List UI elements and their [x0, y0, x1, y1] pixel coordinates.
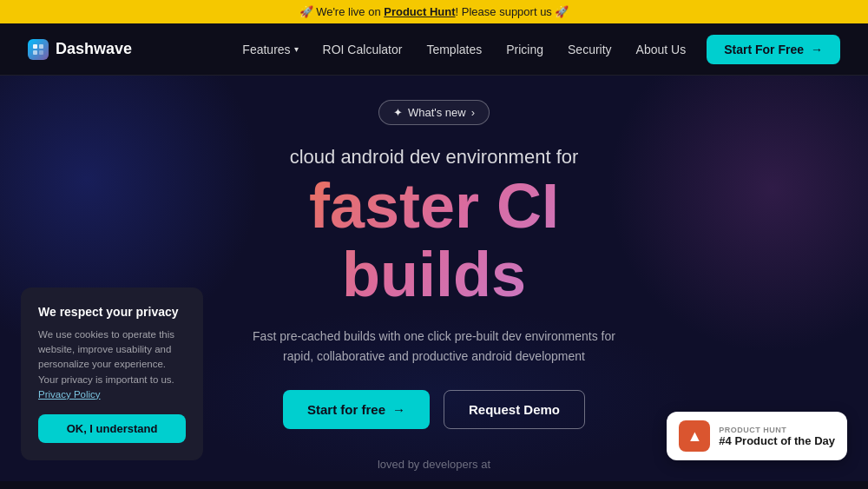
- logo-icon: [28, 39, 49, 60]
- hero-title-line1: faster CI: [309, 172, 559, 241]
- nav-templates[interactable]: Templates: [426, 43, 482, 56]
- whats-new-badge[interactable]: ✦ What's new ›: [378, 100, 490, 125]
- cookie-title: We respect your privacy: [38, 305, 186, 319]
- svg-rect-2: [33, 50, 37, 55]
- start-for-free-button[interactable]: Start For Free →: [707, 35, 840, 64]
- svg-rect-3: [39, 50, 43, 55]
- glow-right: [608, 76, 868, 354]
- hero-title: faster CI builds: [309, 172, 559, 309]
- top-banner: 🚀 We're live on Product Hunt! Please sup…: [0, 0, 868, 23]
- cookie-consent-popup: We respect your privacy We use cookies t…: [21, 287, 203, 460]
- banner-text-prefix: 🚀 We're live on: [299, 5, 385, 18]
- hero-title-line2: builds: [309, 241, 559, 309]
- product-hunt-icon: ▲: [679, 420, 710, 452]
- privacy-policy-link[interactable]: Privacy Policy: [38, 389, 101, 400]
- chevron-down-icon: ▾: [294, 44, 299, 54]
- chevron-right-icon: ›: [471, 106, 475, 119]
- loved-by-text: loved by developers at: [378, 458, 490, 471]
- cookie-ok-button[interactable]: OK, I understand: [38, 414, 186, 443]
- nav-pricing[interactable]: Pricing: [506, 43, 543, 56]
- banner-text-suffix: ! Please support us 🚀: [456, 5, 569, 18]
- product-hunt-link[interactable]: Product Hunt: [384, 5, 455, 18]
- product-hunt-rank: #4 Product of the Day: [719, 434, 835, 447]
- arrow-icon: →: [811, 43, 823, 56]
- product-hunt-label: PRODUCT HUNT: [719, 426, 835, 434]
- nav-links: Features ▾ ROI Calculator Templates Pric…: [242, 42, 686, 57]
- nav-about-us[interactable]: About Us: [636, 43, 687, 56]
- nav-roi-calculator[interactable]: ROI Calculator: [323, 43, 403, 56]
- arrow-icon: →: [392, 402, 405, 417]
- whats-new-label: What's new: [408, 106, 466, 119]
- hero-section: ✦ What's new › cloud android dev environ…: [0, 76, 868, 481]
- nav-security[interactable]: Security: [568, 43, 612, 56]
- svg-rect-0: [33, 44, 37, 49]
- hero-buttons: Start for free → Request Demo: [283, 390, 585, 429]
- request-demo-button[interactable]: Request Demo: [444, 390, 585, 429]
- navbar: Dashwave Features ▾ ROI Calculator Templ…: [0, 23, 868, 76]
- cookie-text: We use cookies to operate this website, …: [38, 327, 186, 402]
- hero-description: Fast pre-cached builds with one click pr…: [252, 327, 616, 366]
- product-hunt-info: PRODUCT HUNT #4 Product of the Day: [719, 426, 835, 447]
- logo-text: Dashwave: [56, 40, 132, 58]
- sparkle-icon: ✦: [393, 106, 403, 119]
- start-for-free-hero-button[interactable]: Start for free →: [283, 390, 430, 429]
- logo[interactable]: Dashwave: [28, 39, 132, 60]
- svg-rect-1: [39, 44, 43, 49]
- product-hunt-badge[interactable]: ▲ PRODUCT HUNT #4 Product of the Day: [667, 412, 847, 460]
- nav-features[interactable]: Features ▾: [242, 43, 298, 56]
- hero-subtitle: cloud android dev environment for: [290, 146, 579, 169]
